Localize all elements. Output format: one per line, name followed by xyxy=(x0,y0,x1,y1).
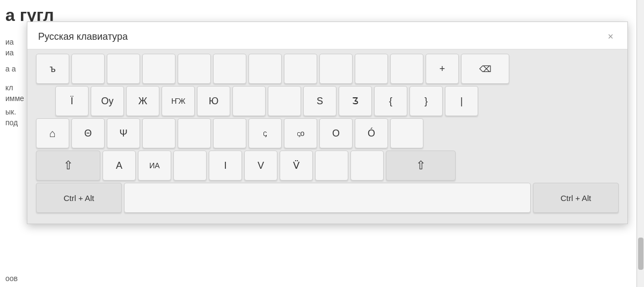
bg-line-8: оов xyxy=(5,274,18,283)
key-shift-left[interactable]: ⇧ xyxy=(36,150,100,181)
key-r1-10[interactable] xyxy=(355,54,388,84)
key-r1-4[interactable] xyxy=(142,54,175,84)
key-r1-9[interactable] xyxy=(319,54,353,84)
keyboard-dialog: Русская клавиатура × ъ + ⌫ Ї Оу Ж ҤЖ Ю xyxy=(27,21,628,224)
key-co[interactable]: ꞔ xyxy=(248,118,282,148)
bg-line-6: ык. xyxy=(5,107,16,116)
dialog-title: Русская клавиатура xyxy=(38,31,128,42)
key-r4-8[interactable] xyxy=(315,150,348,181)
bg-line-7: под xyxy=(5,118,18,127)
key-r1-7[interactable] xyxy=(248,54,282,84)
key-v[interactable]: V xyxy=(244,150,277,181)
key-ctrl-alt-right[interactable]: Ctrl + Alt xyxy=(533,183,619,213)
key-hard-sign[interactable]: ъ xyxy=(36,54,69,84)
key-yi[interactable]: Ї xyxy=(55,86,89,116)
key-r4-9[interactable] xyxy=(350,150,384,181)
key-r3-5[interactable] xyxy=(178,118,211,148)
key-r1-6[interactable] xyxy=(213,54,246,84)
bg-line-2: иа xyxy=(5,48,14,57)
bg-line-5: имме xyxy=(5,94,24,103)
key-space[interactable] xyxy=(124,183,531,213)
key-r3-6[interactable] xyxy=(213,118,246,148)
key-s[interactable]: S xyxy=(303,86,336,116)
key-o-accent[interactable]: Ó xyxy=(355,118,388,148)
key-home[interactable]: ⌂ xyxy=(36,118,69,148)
key-backspace[interactable]: ⌫ xyxy=(461,54,509,84)
bg-line-3: а а xyxy=(5,64,16,73)
key-r4-4[interactable] xyxy=(173,150,207,181)
close-button[interactable]: × xyxy=(604,31,617,42)
key-r1-5[interactable] xyxy=(178,54,211,84)
key-row-2: Ї Оу Ж ҤЖ Ю S Ӡ { } | xyxy=(36,86,619,116)
key-i[interactable]: I xyxy=(209,150,242,181)
key-row-5: Ctrl + Alt Ctrl + Alt xyxy=(36,183,619,213)
key-row-1: ъ + ⌫ xyxy=(36,54,619,84)
keyboard-panel: ъ + ⌫ Ї Оу Ж ҤЖ Ю S Ӡ { } | xyxy=(27,49,627,224)
key-r1-3[interactable] xyxy=(107,54,140,84)
key-dze[interactable]: Ӡ xyxy=(339,86,372,116)
key-shift-right[interactable]: ⇧ xyxy=(386,150,456,181)
key-yu[interactable]: Ю xyxy=(197,86,230,116)
key-zhe[interactable]: Ж xyxy=(126,86,159,116)
key-pipe[interactable]: | xyxy=(445,86,478,116)
key-r2-6[interactable] xyxy=(232,86,266,116)
key-lbrace[interactable]: { xyxy=(374,86,407,116)
key-o[interactable]: O xyxy=(319,118,353,148)
key-v-uml[interactable]: V̈ xyxy=(280,150,313,181)
key-ou[interactable]: Оу xyxy=(91,86,124,116)
key-a[interactable]: А xyxy=(103,150,136,181)
key-nzhe[interactable]: ҤЖ xyxy=(162,86,195,116)
key-r2-7[interactable] xyxy=(268,86,301,116)
key-theta[interactable]: Θ xyxy=(71,118,105,148)
bg-line-4: кл xyxy=(5,83,13,92)
key-r3-11[interactable] xyxy=(390,118,423,148)
key-row-4: ⇧ А ИА I V V̈ ⇧ xyxy=(36,150,619,181)
key-psi[interactable]: Ψ xyxy=(107,118,140,148)
key-row-3: ⌂ Θ Ψ ꞔ ꞔo O Ó xyxy=(36,118,619,148)
scrollbar[interactable] xyxy=(636,0,644,287)
bg-line-1: иа xyxy=(5,38,14,46)
key-ctrl-alt-left[interactable]: Ctrl + Alt xyxy=(36,183,122,213)
key-rbrace[interactable]: } xyxy=(409,86,443,116)
key-plus[interactable]: + xyxy=(426,54,459,84)
key-r3-4[interactable] xyxy=(142,118,175,148)
key-r1-11[interactable] xyxy=(390,54,423,84)
key-coo[interactable]: ꞔo xyxy=(284,118,317,148)
key-r1-2[interactable] xyxy=(71,54,105,84)
key-r1-8[interactable] xyxy=(284,54,317,84)
key-ia[interactable]: ИА xyxy=(138,150,171,181)
dialog-header: Русская клавиатура × xyxy=(27,22,627,49)
scrollbar-thumb[interactable] xyxy=(638,238,643,270)
